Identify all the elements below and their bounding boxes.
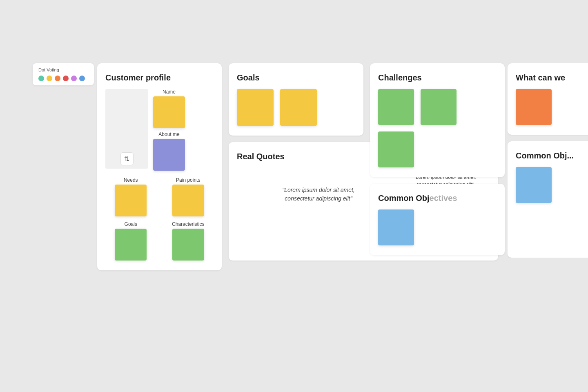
what-can-panel: What can we — [508, 63, 588, 135]
about-me-section: About me — [153, 131, 185, 171]
goals-note-1[interactable] — [237, 89, 274, 126]
profile-image-placeholder: ⇅ — [105, 89, 148, 169]
name-label: Name — [153, 89, 185, 95]
about-me-sticky[interactable] — [153, 139, 185, 171]
challenges-note-2[interactable] — [421, 89, 457, 125]
goals-note-2[interactable] — [280, 89, 317, 126]
challenges-sticky-row — [378, 89, 497, 167]
dot-voting-panel: Dot Voting — [33, 63, 94, 85]
customer-profile-panel: Customer profile ⇅ Name About me — [97, 63, 222, 270]
goals-label: Goals — [125, 221, 137, 227]
needs-sticky[interactable] — [115, 185, 147, 216]
dot-red[interactable] — [63, 76, 69, 81]
goals-col: Goals — [105, 221, 156, 261]
challenges-note-1[interactable] — [378, 89, 414, 125]
pain-points-sticky[interactable] — [172, 185, 204, 216]
goals-sticky-row — [237, 89, 355, 126]
challenges-note-3[interactable] — [378, 131, 414, 167]
profile-bottom-grid: Needs Pain points Goals Characteristics — [105, 177, 214, 261]
about-me-label: About me — [153, 131, 185, 137]
pain-points-col: Pain points — [163, 177, 214, 216]
common-obj-right-title: Common Obj... — [516, 151, 585, 160]
profile-top: ⇅ Name About me — [105, 89, 214, 171]
what-can-title: What can we — [516, 73, 585, 82]
swap-icon[interactable]: ⇅ — [120, 152, 134, 165]
name-section: Name — [153, 89, 185, 128]
common-obj-right-panel: Common Obj... — [508, 141, 588, 258]
what-can-note-1[interactable] — [516, 89, 552, 125]
customer-profile-content: Customer profile ⇅ Name About me — [97, 63, 222, 270]
characteristics-col: Characteristics — [163, 221, 214, 261]
dot-yellow[interactable] — [47, 76, 52, 81]
common-obj-title: Common Objectives — [378, 194, 497, 203]
needs-label: Needs — [124, 177, 138, 183]
common-obj-note-1[interactable] — [378, 209, 414, 245]
characteristics-label: Characteristics — [172, 221, 204, 227]
goals-sticky[interactable] — [115, 229, 147, 261]
dot-blue[interactable] — [79, 76, 85, 81]
common-obj-sticky-row — [378, 209, 497, 245]
dot-voting-title: Dot Voting — [38, 67, 88, 72]
what-can-sticky-row — [516, 89, 585, 125]
common-obj-right-note-1[interactable] — [516, 167, 552, 203]
common-obj-panel: Common Objectives — [370, 184, 505, 255]
challenges-panel: Challenges — [370, 63, 505, 177]
name-sticky[interactable] — [153, 96, 185, 128]
quote-large: "Lorem ipsum dolor sit amet, consectetur… — [278, 186, 359, 203]
common-obj-right-sticky-row — [516, 167, 585, 203]
needs-col: Needs — [105, 177, 156, 216]
challenges-title: Challenges — [378, 73, 497, 82]
goals-panel: Goals — [229, 63, 363, 136]
characteristics-sticky[interactable] — [172, 229, 204, 261]
canvas: Dot Voting Customer profile ⇅ Name — [0, 0, 588, 392]
dot-teal[interactable] — [38, 76, 44, 81]
customer-profile-title: Customer profile — [105, 73, 214, 82]
profile-right: Name About me — [153, 89, 185, 171]
dot-purple[interactable] — [71, 76, 77, 81]
goals-panel-title: Goals — [237, 73, 355, 82]
pain-points-label: Pain points — [176, 177, 200, 183]
center-right-column: Challenges Common Objectives — [370, 63, 505, 255]
dot-orange[interactable] — [55, 76, 60, 81]
dot-voting-dots — [38, 76, 88, 81]
right-panels: What can we Common Obj... — [508, 63, 588, 258]
